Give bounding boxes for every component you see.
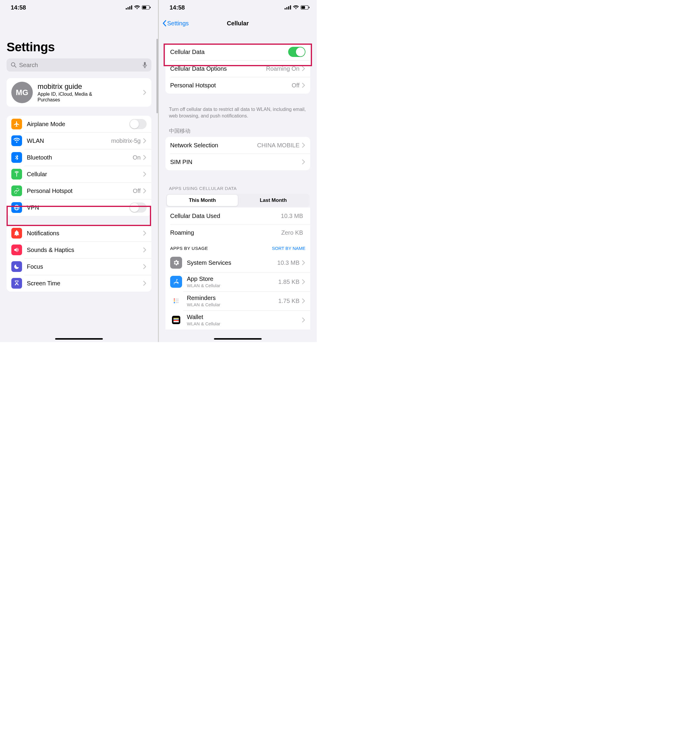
app-value: 10.3 MB xyxy=(277,259,300,266)
wifi-icon xyxy=(293,5,299,9)
row-airplane-mode[interactable]: Airplane Mode xyxy=(6,116,152,132)
row-label: Focus xyxy=(27,263,143,270)
chevron-right-icon xyxy=(143,171,147,177)
phone-right-cellular: 14:58 Settings Cellular Cellular DataCel… xyxy=(159,0,317,342)
row-roaming[interactable]: RoamingZero KB xyxy=(166,224,310,241)
carrier-header: 中国移动 xyxy=(159,121,317,137)
segment-last-month[interactable]: Last Month xyxy=(238,195,309,206)
row-focus[interactable]: Focus xyxy=(6,258,152,275)
row-label: Cellular Data xyxy=(170,49,288,55)
row-vpn[interactable]: VPN xyxy=(6,199,152,216)
row-screen-time[interactable]: Screen Time xyxy=(6,275,152,291)
svg-line-8 xyxy=(15,66,16,67)
svg-rect-17 xyxy=(288,6,289,9)
globe-icon xyxy=(11,202,22,213)
svg-rect-18 xyxy=(290,5,291,9)
svg-rect-9 xyxy=(144,62,146,66)
home-indicator[interactable] xyxy=(214,338,262,340)
search-field[interactable] xyxy=(6,58,152,72)
cellular-signal-icon xyxy=(126,5,132,9)
chevron-right-icon xyxy=(143,264,147,269)
cellular-footer-note: Turn off cellular data to restrict all d… xyxy=(159,103,317,121)
app-name: Reminders xyxy=(187,294,278,301)
svg-rect-32 xyxy=(173,320,179,321)
apps-by-label: APPS BY USAGE xyxy=(170,246,208,251)
sort-by-name-button[interactable]: SORT BY NAME xyxy=(272,246,305,251)
row-label: Cellular Data Options xyxy=(170,65,266,72)
notifications-group: NotificationsSounds & HapticsFocusScreen… xyxy=(6,225,152,291)
row-value: 10.3 MB xyxy=(281,213,303,219)
app-row-wallet[interactable]: WalletWLAN & Cellular xyxy=(166,310,310,329)
svg-rect-21 xyxy=(309,7,309,8)
app-row-system-services[interactable]: System Services10.3 MB xyxy=(166,253,310,272)
row-cellular-data[interactable]: Cellular Data xyxy=(166,44,310,60)
appstore-app-icon xyxy=(170,276,182,288)
period-segmented[interactable]: This Month Last Month xyxy=(166,194,309,207)
moon-icon xyxy=(11,261,22,272)
row-label: Sounds & Haptics xyxy=(27,247,143,254)
row-cellular-data-options[interactable]: Cellular Data OptionsRoaming On xyxy=(166,60,310,77)
status-icons xyxy=(126,5,151,9)
svg-point-7 xyxy=(11,63,15,66)
app-value: 1.75 KB xyxy=(278,298,300,304)
bell-icon xyxy=(11,228,22,238)
toggle[interactable] xyxy=(129,202,147,213)
microphone-icon[interactable] xyxy=(142,62,147,68)
back-label: Settings xyxy=(167,20,189,27)
apps-by-usage-header: APPS BY USAGESORT BY NAME xyxy=(166,241,310,253)
link-icon xyxy=(11,185,22,196)
chevron-right-icon xyxy=(143,155,147,160)
chevron-right-icon xyxy=(143,230,147,236)
svg-rect-16 xyxy=(286,7,288,9)
row-label: VPN xyxy=(27,204,129,211)
app-name: System Services xyxy=(187,259,277,266)
row-cellular-data-used[interactable]: Cellular Data Used10.3 MB xyxy=(166,208,310,224)
app-row-app-store[interactable]: App StoreWLAN & Cellular1.85 KB xyxy=(166,272,310,291)
chevron-right-icon xyxy=(302,279,305,285)
svg-point-24 xyxy=(174,300,175,301)
toggle[interactable] xyxy=(288,47,305,57)
profile-group: MG mobitrix guide Apple ID, iCloud, Medi… xyxy=(6,78,152,107)
status-icons xyxy=(284,5,309,9)
usage-group: Cellular Data Used10.3 MBRoamingZero KBA… xyxy=(166,208,310,329)
row-label: Personal Hotspot xyxy=(170,82,292,89)
row-label: SIM PIN xyxy=(170,159,302,166)
reminders-app-icon xyxy=(170,295,182,307)
cellular-signal-icon xyxy=(284,5,291,9)
back-button[interactable]: Settings xyxy=(162,20,189,27)
chevron-right-icon xyxy=(302,317,305,323)
row-label: Airplane Mode xyxy=(27,121,129,128)
profile-subtitle: Apple ID, iCloud, Media & Purchases xyxy=(38,91,103,103)
row-notifications[interactable]: Notifications xyxy=(6,225,152,241)
app-row-reminders[interactable]: RemindersWLAN & Cellular1.75 KB xyxy=(166,291,310,310)
search-icon xyxy=(11,62,17,68)
row-wlan[interactable]: WLANmobitrix-5g xyxy=(6,132,152,149)
status-bar: 14:58 xyxy=(0,0,158,15)
chevron-right-icon xyxy=(302,298,305,304)
app-name: Wallet xyxy=(187,314,302,321)
home-indicator[interactable] xyxy=(55,338,103,340)
svg-rect-2 xyxy=(129,6,131,9)
segment-this-month[interactable]: This Month xyxy=(167,195,238,206)
scrollbar-indicator[interactable] xyxy=(156,39,158,113)
svg-rect-0 xyxy=(126,8,127,9)
row-personal-hotspot[interactable]: Personal HotspotOff xyxy=(166,77,310,94)
search-input[interactable] xyxy=(19,62,140,69)
row-cellular[interactable]: Cellular xyxy=(6,166,152,182)
toggle[interactable] xyxy=(129,119,147,129)
row-bluetooth[interactable]: BluetoothOn xyxy=(6,149,152,166)
chevron-right-icon xyxy=(143,188,147,194)
carrier-group: Network SelectionCHINA MOBILESIM PIN xyxy=(166,137,310,170)
row-personal-hotspot[interactable]: Personal HotspotOff xyxy=(6,182,152,199)
chevron-right-icon xyxy=(143,280,147,286)
connectivity-group: Airplane ModeWLANmobitrix-5gBluetoothOnC… xyxy=(6,116,152,216)
chevron-right-icon xyxy=(143,90,147,95)
status-time: 14:58 xyxy=(11,4,26,11)
row-sim-pin[interactable]: SIM PIN xyxy=(166,154,310,170)
row-network-selection[interactable]: Network SelectionCHINA MOBILE xyxy=(166,137,310,154)
status-bar: 14:58 xyxy=(159,0,317,15)
row-sounds-haptics[interactable]: Sounds & Haptics xyxy=(6,241,152,258)
profile-row[interactable]: MG mobitrix guide Apple ID, iCloud, Medi… xyxy=(6,78,152,107)
chevron-right-icon xyxy=(302,159,305,164)
cellular-group: Cellular DataCellular Data OptionsRoamin… xyxy=(166,44,310,94)
